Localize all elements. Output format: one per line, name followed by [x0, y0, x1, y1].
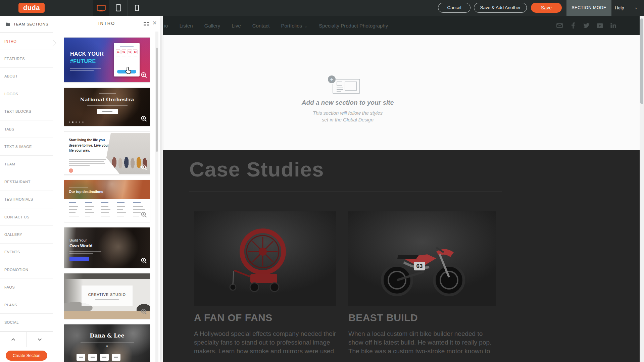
save-button[interactable]: Save — [531, 3, 562, 13]
sidebar-item-tabs[interactable]: TABS — [0, 120, 53, 138]
template-thumb-national-orchestra[interactable]: National Orchestra — [64, 88, 150, 126]
sidebar-item-text-image[interactable]: TEXT & IMAGE — [0, 138, 53, 155]
cancel-button[interactable]: Cancel — [438, 3, 470, 13]
scroll-down-button[interactable] — [27, 332, 53, 347]
template-thumb-creative-studio[interactable]: CREATIVE STUDIO — [64, 273, 150, 319]
case-study-body: When a local custom dirt bike builder ne… — [348, 329, 495, 356]
zoom-preview-icon[interactable] — [141, 308, 147, 316]
add-section-title: Add a new section to your site — [163, 99, 532, 106]
template-thumb-start-living[interactable]: Start living the life you deserve to liv… — [64, 131, 150, 175]
countdown-boxes — [77, 354, 120, 361]
link-column — [101, 202, 114, 220]
sidebar-item-about[interactable]: ABOUT — [0, 68, 53, 85]
scroll-up-button[interactable] — [0, 332, 27, 347]
sidebar-item-team[interactable]: TEAM — [0, 156, 53, 173]
sidebar-item-intro[interactable]: INTRO — [0, 33, 53, 50]
close-icon[interactable]: ✕ — [152, 16, 157, 31]
sidebar-pager — [0, 331, 53, 347]
sidebar-item-promotion[interactable]: PROMOTION — [0, 261, 53, 278]
sidebar-item-plans[interactable]: PLANS — [0, 296, 53, 314]
site-nav-items: ioListenGalleryLiveContactPortfolios⌄Spe… — [164, 16, 388, 35]
sidebar-item-features[interactable]: FEATURES — [0, 50, 53, 67]
template-thumb-build-your-own-world[interactable]: Build Your Own World — [64, 227, 150, 268]
nav-item-specialty-product-photography[interactable]: Specialty Product Photography — [319, 23, 388, 29]
zoom-preview-icon[interactable] — [141, 164, 147, 172]
template-thumb-dana-and-lee[interactable]: Dana & Lee ♥ — [64, 324, 150, 362]
main-scrollbar-thumb[interactable] — [640, 18, 643, 104]
twitter-icon[interactable] — [583, 22, 590, 29]
countdown-number: 08 — [121, 49, 126, 54]
help-menu[interactable]: Help — [615, 0, 624, 16]
template-thumb-hack-your-future[interactable]: HACK YOUR #FUTURE 01084353 — [64, 37, 150, 83]
facebook-icon[interactable] — [570, 22, 576, 29]
nav-item-portfolios[interactable]: Portfolios⌄ — [281, 23, 307, 29]
case-studies-section: Case Studies — [163, 150, 640, 362]
mobile-preview-button[interactable] — [128, 0, 146, 16]
create-section-button[interactable]: Create Section — [6, 351, 47, 361]
countdown-boxes: 01084353 — [116, 49, 138, 54]
zoom-preview-icon[interactable] — [141, 72, 147, 80]
divider — [189, 192, 502, 192]
main-scrollbar[interactable] — [640, 16, 644, 362]
tablet-preview-button[interactable] — [109, 0, 128, 16]
linkedin-icon[interactable] — [610, 22, 616, 29]
youtube-icon[interactable] — [597, 22, 603, 29]
cursor-hand-icon — [124, 66, 132, 76]
fan-image — [194, 211, 336, 306]
nav-item-contact[interactable]: Contact — [252, 23, 270, 29]
topbar: duda Cancel Save & Add Another Save — [0, 0, 644, 16]
nav-item-listen[interactable]: Listen — [180, 23, 193, 29]
zoom-preview-icon[interactable] — [141, 257, 147, 265]
add-section-subtitle-1: This section will follow the styles — [163, 110, 532, 116]
chevron-up-icon — [11, 338, 15, 341]
section-mode-badge: SECTION MODE — [566, 0, 611, 16]
site-nav-bar: ioListenGalleryLiveContactPortfolios⌄Spe… — [163, 16, 640, 35]
countdown-number: 01 — [116, 49, 120, 54]
bike-image: 63 — [348, 211, 496, 306]
nav-item-gallery[interactable]: Gallery — [204, 23, 220, 29]
zoom-preview-icon[interactable] — [141, 115, 147, 123]
list-view-icon[interactable] — [144, 21, 149, 28]
chevron-down-icon[interactable]: ⌄ — [634, 0, 638, 16]
add-section-area[interactable]: + Add a new section to your site This se… — [163, 35, 640, 150]
save-and-add-another-button[interactable]: Save & Add Another — [474, 3, 527, 13]
zoom-preview-icon[interactable] — [141, 211, 147, 219]
add-section-subtitle-2: set in the Global Design — [163, 117, 532, 122]
sidebar-item-events[interactable]: EVENTS — [0, 244, 53, 261]
fan-cart-illustration — [230, 231, 284, 292]
nav-item-io[interactable]: io — [164, 23, 168, 29]
case-studies-title: Case Studies — [189, 157, 324, 181]
email-icon[interactable] — [556, 22, 563, 29]
thumb-title: National Orchestra — [64, 97, 150, 103]
countdown-number: 43 — [127, 49, 132, 54]
intro-panel: INTRO ✕ HACK YOUR #FUTURE 01084353 — [53, 16, 160, 362]
sidebar-item-restaurant[interactable]: RESTAURANT — [0, 173, 53, 191]
sidebar-item-testimonials[interactable]: TESTIMONIALS — [0, 191, 53, 208]
thumb-button — [97, 109, 118, 114]
sidebar-header-label: TEAM SECTIONS — [13, 22, 48, 26]
sidebar-item-social[interactable]: SOCIAL — [0, 314, 53, 331]
case-study-body: A Hollywood special effects company need… — [194, 329, 338, 356]
thumb-title: CREATIVE STUDIO — [82, 293, 133, 297]
mobile-icon — [135, 5, 139, 11]
template-thumb-top-destinations[interactable]: Our top destinations — [64, 180, 150, 222]
plus-icon: + — [327, 75, 336, 84]
bike-number-plate: 63 — [416, 263, 423, 269]
case-study-heading: A FAN OF FANS — [194, 312, 273, 323]
thumb-title: Dana & Lee — [64, 332, 150, 339]
sidebar-item-faqs[interactable]: FAQS — [0, 278, 53, 296]
sidebar-item-contact-us[interactable]: CONTACT US — [0, 208, 53, 226]
screen: ioListenGalleryLiveContactPortfolios⌄Spe… — [0, 0, 644, 362]
nav-item-live[interactable]: Live — [232, 23, 241, 29]
sidebar-item-text-blocks[interactable]: TEXT BLOCKS — [0, 103, 53, 120]
thumb-title-line: Own World — [69, 243, 92, 248]
thumb-heading: Start living the life you deserve to liv… — [69, 138, 109, 153]
desktop-preview-button[interactable] — [93, 0, 109, 16]
sidebar-item-gallery[interactable]: GALLERY — [0, 226, 53, 243]
sidebar-item-logos[interactable]: LOGOS — [0, 85, 53, 103]
panel-scrollbar-thumb[interactable] — [156, 48, 158, 152]
thumb-button — [69, 257, 89, 261]
panel-scrollbar[interactable] — [155, 32, 158, 362]
accent-dot-icon — [69, 168, 73, 173]
duda-logo[interactable]: duda — [18, 3, 45, 13]
